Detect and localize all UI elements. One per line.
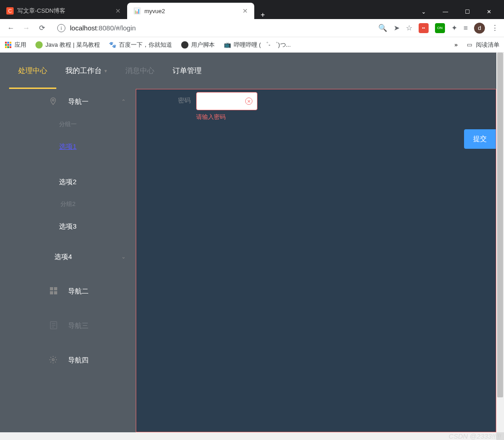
location-icon (49, 97, 57, 107)
zoom-icon[interactable]: 🔍 (378, 24, 387, 32)
sidebar-group-1: 分组一 (0, 114, 136, 134)
error-icon: ✕ (245, 98, 252, 105)
extensions-icon[interactable]: ✦ (451, 24, 457, 32)
minimize-button[interactable]: — (435, 5, 456, 19)
grid-icon (5, 41, 12, 49)
bookmark-bilibili[interactable]: 📺 哔哩哔哩 ( ゜- ゜)つ... (224, 41, 291, 49)
svg-rect-6 (5, 46, 7, 48)
svg-rect-7 (7, 46, 9, 48)
svg-rect-10 (50, 287, 53, 290)
reload-button[interactable]: ⟳ (36, 23, 47, 34)
browser-tab-csdn[interactable]: C 写文章-CSDN博客 ✕ (0, 3, 127, 19)
browser-tab-bar: C 写文章-CSDN博客 ✕ 📊 myvue2 ✕ + ⌄ — ☐ ✕ (0, 0, 504, 19)
svg-point-9 (52, 99, 54, 101)
bookmark-java[interactable]: Java 教程 | 菜鸟教程 (35, 41, 100, 49)
submit-button[interactable]: 提交 (464, 129, 496, 149)
sidebar-nav-2[interactable]: 导航二 (0, 279, 136, 304)
sidebar-group-2: 分组2 (0, 194, 136, 214)
sidebar-option-4[interactable]: 选项4 ⌄ (0, 244, 136, 269)
password-error-message: 请输入密码 (196, 113, 257, 121)
back-button[interactable]: ← (5, 23, 16, 34)
address-bar: ← → ⟳ i localhost:8080/#/login 🔍 ➤ ☆ •• … (0, 19, 504, 37)
menu-dots-icon[interactable]: ⋮ (491, 24, 499, 32)
sidebar-nav-3[interactable]: 导航三 (0, 313, 136, 338)
sidebar: 导航一 ⌃ 分组一 选项1 选项2 分组2 选项3 选项4 ⌄ 导航二 (0, 89, 136, 432)
svg-rect-1 (7, 42, 9, 44)
reading-list-icon[interactable]: ≡ (464, 24, 468, 32)
apps-bookmark[interactable]: 应用 (5, 41, 26, 49)
browser-tab-myvue[interactable]: 📊 myvue2 ✕ (127, 3, 254, 19)
sidebar-option-1[interactable]: 选项1 (0, 134, 136, 159)
baidu-icon: 🐾 (109, 41, 116, 49)
bookmark-userscript[interactable]: 用户脚本 (181, 41, 215, 49)
bookmarks-overflow-icon[interactable]: » (455, 41, 458, 48)
menu-grid-icon (50, 287, 57, 296)
chevron-up-icon: ⌃ (121, 98, 126, 105)
password-input[interactable]: ✕ (196, 92, 257, 110)
runoob-icon (35, 41, 43, 49)
svg-rect-3 (5, 44, 7, 46)
close-icon[interactable]: ✕ (115, 7, 121, 15)
vertical-scrollbar[interactable] (496, 53, 504, 440)
menu-my-workbench[interactable]: 我的工作台 ▾ (56, 53, 116, 89)
bookmark-star-icon[interactable]: ☆ (406, 24, 412, 32)
svg-rect-5 (10, 44, 11, 46)
bilibili-icon: 📺 (224, 41, 231, 49)
document-icon (50, 321, 57, 331)
url-input[interactable]: i localhost:8080/#/login (52, 21, 374, 35)
scrollbar-corner (496, 432, 504, 440)
svg-rect-8 (10, 46, 11, 48)
close-window-button[interactable]: ✕ (479, 5, 499, 19)
new-tab-button[interactable]: + (254, 11, 271, 19)
csdn-favicon: C (6, 7, 14, 15)
tab-title: myvue2 (144, 8, 165, 15)
extension-icon-red[interactable]: •• (419, 23, 429, 33)
password-row: 密码 ✕ 请输入密码 (136, 92, 496, 121)
userscript-icon (181, 41, 188, 49)
bookmarks-bar: 应用 Java 教程 | 菜鸟教程 🐾 百度一下，你就知道 用户脚本 📺 哔哩哔… (0, 37, 504, 53)
url-text: localhost:8080/#/login (70, 24, 136, 32)
gear-icon (49, 356, 57, 365)
chevron-down-icon: ▾ (104, 68, 107, 74)
sidebar-nav-1[interactable]: 导航一 ⌃ (0, 89, 136, 114)
horizontal-scrollbar[interactable] (0, 432, 496, 440)
top-menu: 处理中心 我的工作台 ▾ 消息中心 订单管理 (0, 53, 496, 89)
svg-rect-12 (50, 291, 53, 294)
sidebar-option-3[interactable]: 选项3 (0, 214, 136, 239)
svg-rect-4 (7, 44, 9, 46)
svg-rect-13 (54, 291, 57, 294)
reading-list-icon: ▭ (466, 41, 473, 49)
maximize-button[interactable]: ☐ (457, 5, 478, 19)
svg-rect-2 (10, 42, 11, 44)
tab-title: 写文章-CSDN博客 (17, 7, 65, 15)
site-info-icon[interactable]: i (57, 24, 65, 32)
extension-icon-on[interactable]: ON (435, 23, 445, 33)
svg-rect-11 (54, 287, 57, 290)
forward-button[interactable]: → (21, 23, 32, 34)
sidebar-option-2[interactable]: 选项2 (0, 170, 136, 194)
menu-message-center[interactable]: 消息中心 (116, 53, 163, 89)
password-label: 密码 (145, 92, 191, 105)
svg-rect-0 (5, 42, 7, 44)
vue-favicon: 📊 (133, 7, 141, 15)
sidebar-nav-4[interactable]: 导航四 (0, 347, 136, 373)
main-content: 密码 ✕ 请输入密码 提交 (136, 89, 496, 432)
tab-search-button[interactable]: ⌄ (413, 5, 434, 19)
profile-avatar[interactable]: d (474, 23, 485, 34)
bookmark-baidu[interactable]: 🐾 百度一下，你就知道 (109, 41, 172, 49)
chevron-down-icon: ⌄ (121, 254, 126, 260)
menu-processing-center[interactable]: 处理中心 (9, 53, 56, 89)
send-icon[interactable]: ➤ (394, 24, 400, 32)
menu-order-management[interactable]: 订单管理 (163, 53, 211, 89)
reading-list-button[interactable]: ▭ 阅读清单 (466, 41, 499, 49)
close-icon[interactable]: ✕ (242, 7, 248, 15)
svg-point-18 (52, 358, 54, 361)
